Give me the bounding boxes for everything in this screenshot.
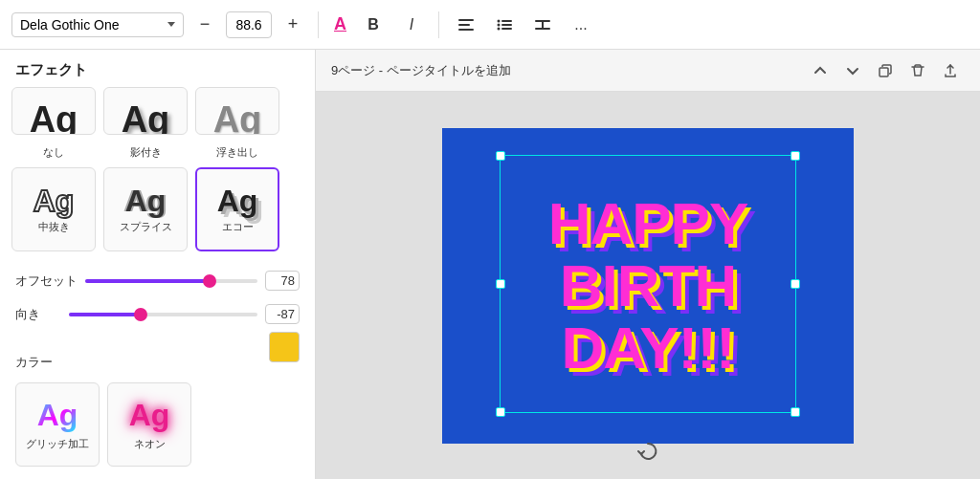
delete-button[interactable] <box>903 56 932 85</box>
effect-row-2: Ag 中抜き Ag スプライス Ag エコー <box>0 167 315 263</box>
font-name-label: Dela Gothic One <box>20 17 162 33</box>
copy-icon <box>878 63 893 78</box>
canvas-text-line2: BIRTH <box>560 252 736 318</box>
font-selector[interactable]: Dela Gothic One <box>11 12 184 37</box>
duplicate-button[interactable] <box>871 56 900 85</box>
svg-point-3 <box>498 19 501 22</box>
chevron-down-icon <box>845 63 860 78</box>
effect-thumb-echo[interactable]: Ag エコー <box>195 167 279 251</box>
offset-slider-row: オフセット 78 <box>15 271 300 291</box>
chevron-up-icon <box>813 63 828 78</box>
offset-label: オフセット <box>15 272 78 290</box>
effect-labels-row1: なし 影付き 浮き出し <box>0 142 315 167</box>
handle-bl[interactable] <box>496 407 505 417</box>
offset-slider-track[interactable] <box>85 279 257 283</box>
offset-slider-thumb[interactable] <box>203 274 216 288</box>
svg-rect-6 <box>501 24 512 26</box>
canvas-text-line3: DAY!!! <box>561 315 734 381</box>
offset-value: 78 <box>265 271 300 291</box>
ag-splice: Ag <box>125 185 167 216</box>
page-bar-title: 9ページ - ページタイトルを追加 <box>331 62 798 79</box>
ag-echo: Ag <box>217 185 258 216</box>
ag-hollow: Ag <box>33 185 75 216</box>
direction-slider-row: 向き -87 <box>15 304 300 324</box>
svg-point-5 <box>498 23 501 26</box>
svg-rect-0 <box>458 19 474 21</box>
handle-mr[interactable] <box>791 279 800 289</box>
color-effects-row: Ag グリッチ加工 Ag ネオン <box>15 382 300 467</box>
move-button[interactable] <box>936 56 965 85</box>
svg-rect-11 <box>542 22 544 28</box>
spacing-icon <box>534 16 551 33</box>
main-area: エフェクト Ag Ag Ag なし 影付き 浮き出し <box>0 50 980 479</box>
upload-icon <box>943 63 958 78</box>
svg-rect-4 <box>501 20 512 22</box>
ag-partial-shadow: Ag <box>122 101 170 135</box>
effect-thumb-partial-emboss[interactable]: Ag <box>195 87 279 135</box>
direction-slider-track[interactable] <box>69 313 257 316</box>
effect-label-shadow: 影付き <box>103 142 188 160</box>
svg-rect-1 <box>458 24 470 26</box>
ag-neon: Ag <box>129 398 170 433</box>
canvas-text[interactable]: HAPPY BIRTH DAY!!! <box>539 192 758 379</box>
direction-slider-thumb[interactable] <box>134 308 147 321</box>
effect-thumb-hollow[interactable]: Ag 中抜き <box>11 167 96 251</box>
italic-button[interactable]: I <box>396 10 427 40</box>
toolbar-divider-2 <box>438 11 439 38</box>
effect-thumb-splice[interactable]: Ag スプライス <box>103 167 188 251</box>
rotate-handle-icon <box>637 441 658 462</box>
color-section: カラー Ag グリッチ加工 Ag ネオン <box>0 345 315 478</box>
canvas-viewport: HAPPY BIRTH DAY!!! <box>316 92 980 479</box>
font-size-input[interactable] <box>226 11 272 38</box>
align-icon <box>457 16 475 33</box>
list-button[interactable] <box>489 10 520 40</box>
handle-tr[interactable] <box>791 151 800 161</box>
ag-glitch: Ag <box>37 398 78 433</box>
effect-thumb-partial-none[interactable]: Ag <box>11 87 96 135</box>
canvas-card[interactable]: HAPPY BIRTH DAY!!! <box>442 128 854 444</box>
page-down-button[interactable] <box>838 56 867 85</box>
left-panel: エフェクト Ag Ag Ag なし 影付き 浮き出し <box>0 50 316 479</box>
canvas-area: 9ページ - ページタイトルを追加 <box>316 50 980 479</box>
handle-ml[interactable] <box>496 279 505 289</box>
list-icon <box>496 16 513 33</box>
text-color-button[interactable]: A <box>330 12 350 36</box>
svg-point-7 <box>498 27 501 30</box>
svg-rect-2 <box>458 29 474 31</box>
toolbar-divider-1 <box>318 11 319 38</box>
page-up-button[interactable] <box>806 56 835 85</box>
rotate-icon[interactable] <box>637 441 658 467</box>
more-button[interactable]: ... <box>566 10 596 40</box>
handle-br[interactable] <box>791 407 800 417</box>
ag-partial-none: Ag <box>30 101 78 135</box>
color-swatch[interactable] <box>269 332 300 362</box>
svg-rect-14 <box>880 68 888 76</box>
align-button[interactable] <box>451 10 481 40</box>
chevron-down-icon <box>167 22 175 27</box>
effect-thumb-glitch[interactable]: Ag グリッチ加工 <box>15 382 100 467</box>
direction-slider-fill <box>69 313 141 316</box>
effect-label-emboss: 浮き出し <box>195 142 279 160</box>
panel-title: エフェクト <box>0 50 315 87</box>
effect-top-row: Ag Ag Ag <box>0 87 315 142</box>
increase-font-size-button[interactable]: + <box>279 11 306 38</box>
toolbar: Dela Gothic One − + A B I <box>0 0 980 50</box>
slider-section: オフセット 78 向き -87 <box>0 263 315 345</box>
effect-thumb-partial-shadow[interactable]: Ag <box>103 87 188 135</box>
offset-slider-fill <box>85 279 210 283</box>
canvas-text-line1: HAPPY <box>548 190 748 256</box>
effect-label-none: なし <box>11 142 96 160</box>
effect-thumb-neon[interactable]: Ag ネオン <box>107 382 191 467</box>
bold-button[interactable]: B <box>358 10 389 40</box>
page-bar: 9ページ - ページタイトルを追加 <box>316 50 980 92</box>
handle-tl[interactable] <box>496 151 505 161</box>
direction-label: 向き <box>15 306 61 323</box>
svg-rect-8 <box>501 28 512 30</box>
spacing-button[interactable] <box>527 10 558 40</box>
trash-icon <box>910 63 925 78</box>
color-label: カラー <box>15 355 53 369</box>
direction-value: -87 <box>265 304 300 324</box>
ag-partial-emboss: Ag <box>213 101 262 135</box>
decrease-font-size-button[interactable]: − <box>191 11 218 38</box>
page-bar-actions <box>806 56 965 85</box>
